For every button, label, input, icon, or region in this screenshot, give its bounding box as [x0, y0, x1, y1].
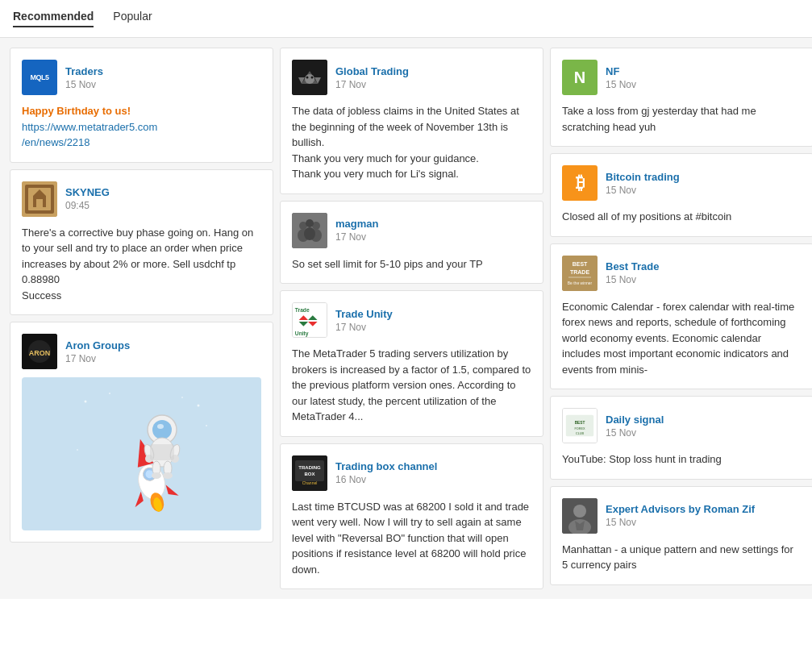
best-trade-body: Economic Calendar - forex calendar with … [562, 299, 802, 378]
card-trading-box-channel-header: TRADING BOX Channel Trading box channel … [292, 455, 531, 491]
card-nf: N NF 15 Nov Take a loss from gj yesterda… [550, 48, 812, 147]
card-skyneg: SKYNEG 09:45 There's a corrective buy ph… [10, 169, 273, 316]
bitcoin-trading-date: 15 Nov [606, 185, 680, 196]
svg-point-12 [197, 405, 199, 407]
trade-unity-date: 17 Nov [335, 322, 393, 333]
best-trade-date: 15 Nov [606, 274, 659, 285]
svg-text:TRADE: TRADE [570, 269, 589, 275]
traders-link[interactable]: https://www.metatrader5.com/en/news/2218 [22, 121, 157, 149]
card-trade-unity-header: Trade Unity Trade Unity 17 Nov [292, 302, 531, 338]
card-trade-unity-meta: Trade Unity 17 Nov [335, 308, 393, 333]
card-daily-signal: BEST FOREX CLUB Daily signal 15 Nov YouT… [550, 396, 812, 480]
card-traders: MQL5 Traders 15 Nov Happy Birthday to us… [10, 48, 273, 163]
magman-body: So set sell limit for 5-10 pips and your… [292, 256, 531, 272]
aron-groups-date: 17 Nov [65, 353, 130, 364]
nav-recommended[interactable]: Recommended [13, 10, 94, 27]
svg-point-49 [306, 219, 314, 227]
svg-point-11 [109, 393, 110, 394]
svg-point-41 [305, 74, 314, 84]
svg-text:Be the winner: Be the winner [568, 281, 593, 285]
svg-text:TRADING: TRADING [298, 465, 321, 470]
skyneg-body: There's a corrective buy phase going on.… [22, 225, 261, 304]
expert-advisors-date: 15 Nov [606, 517, 755, 528]
svg-text:Channel: Channel [302, 480, 318, 485]
trade-unity-body: The MetaTrader 5 trading servers utiliza… [292, 346, 531, 425]
avatar-global-trading [292, 60, 327, 95]
middle-column: Global Trading 17 Nov The data of jobles… [277, 44, 547, 593]
aron-groups-name[interactable]: Aron Groups [65, 339, 130, 351]
right-column: N NF 15 Nov Take a loss from gj yesterda… [547, 44, 812, 593]
card-aron-meta: Aron Groups 17 Nov [65, 339, 130, 364]
card-skyneg-header: SKYNEG 09:45 [22, 181, 261, 217]
card-aron-header: ARON Aron Groups 17 Nov [22, 334, 261, 369]
daily-signal-name[interactable]: Daily signal [606, 414, 664, 426]
svg-text:BOX: BOX [304, 472, 314, 476]
svg-rect-59 [295, 460, 324, 481]
svg-text:BEST: BEST [573, 261, 588, 267]
avatar-best-trade: BEST TRADE Be the winner [562, 256, 598, 291]
avatar-expert-advisors [562, 498, 598, 534]
svg-text:FOREX: FOREX [574, 427, 585, 430]
global-trading-name[interactable]: Global Trading [335, 65, 409, 77]
main-content: MQL5 Traders 15 Nov Happy Birthday to us… [0, 38, 812, 599]
nf-name[interactable]: NF [606, 65, 636, 77]
card-daily-signal-header: BEST FOREX CLUB Daily signal 15 Nov [562, 408, 802, 443]
nf-body: Take a loss from gj yesterday that had m… [562, 103, 802, 135]
trading-box-channel-name[interactable]: Trading box channel [335, 460, 437, 472]
card-bitcoin-trading-header: ₿ Bitcoin trading 15 Nov [562, 165, 802, 201]
svg-point-26 [157, 424, 164, 429]
card-traders-meta: Traders 15 Nov [65, 65, 103, 90]
expert-advisors-name[interactable]: Expert Advisors by Roman Zif [606, 503, 755, 515]
card-best-trade-header: BEST TRADE Be the winner Best Trade 15 N… [562, 256, 802, 291]
svg-point-15 [77, 449, 78, 451]
card-global-trading-meta: Global Trading 17 Nov [335, 65, 409, 90]
svg-point-35 [163, 472, 173, 479]
card-magman-header: magman 17 Nov [292, 213, 531, 248]
svg-text:₿: ₿ [576, 173, 585, 193]
bitcoin-trading-name[interactable]: Bitcoin trading [606, 171, 680, 183]
traders-name[interactable]: Traders [65, 65, 103, 77]
card-trading-box-channel: TRADING BOX Channel Trading box channel … [280, 443, 543, 590]
svg-point-34 [152, 472, 161, 479]
card-magman: magman 17 Nov So set sell limit for 5-10… [280, 201, 543, 285]
card-best-trade-meta: Best Trade 15 Nov [606, 260, 659, 285]
card-nf-header: N NF 15 Nov [562, 60, 802, 95]
trading-box-channel-body: Last time BTCUSD was at 68200 I sold it … [292, 499, 531, 578]
card-expert-advisors-header: Expert Advisors by Roman Zif 15 Nov [562, 498, 802, 534]
skyneg-name[interactable]: SKYNEG [65, 186, 110, 198]
svg-point-43 [311, 77, 314, 79]
avatar-traders: MQL5 [22, 60, 57, 95]
svg-rect-5 [36, 199, 43, 207]
svg-point-50 [304, 227, 315, 240]
card-skyneg-meta: SKYNEG 09:45 [65, 186, 110, 211]
card-nf-meta: NF 15 Nov [606, 65, 636, 90]
traders-date: 15 Nov [65, 79, 103, 90]
card-daily-signal-meta: Daily signal 15 Nov [606, 414, 664, 439]
aron-groups-image [22, 377, 261, 530]
magman-date: 17 Nov [335, 231, 378, 243]
card-global-trading-header: Global Trading 17 Nov [292, 60, 531, 95]
avatar-aron-groups: ARON [22, 334, 57, 369]
card-expert-advisors-meta: Expert Advisors by Roman Zif 15 Nov [606, 503, 755, 528]
trade-unity-name[interactable]: Trade Unity [335, 308, 393, 320]
card-magman-meta: magman 17 Nov [335, 218, 378, 243]
svg-point-25 [152, 420, 172, 439]
avatar-magman [292, 213, 327, 248]
avatar-nf: N [562, 60, 598, 95]
card-global-trading: Global Trading 17 Nov The data of jobles… [280, 48, 543, 194]
best-trade-name[interactable]: Best Trade [606, 260, 659, 272]
card-aron-groups: ARON Aron Groups 17 Nov [10, 322, 273, 543]
nav-popular[interactable]: Popular [113, 10, 152, 27]
card-best-trade: BEST TRADE Be the winner Best Trade 15 N… [550, 243, 812, 390]
svg-text:BEST: BEST [575, 421, 585, 425]
avatar-trading-box-channel: TRADING BOX Channel [292, 455, 327, 491]
magman-name[interactable]: magman [335, 218, 378, 230]
svg-rect-36 [150, 444, 174, 460]
daily-signal-date: 15 Nov [606, 427, 664, 439]
svg-text:Unity: Unity [295, 331, 309, 337]
svg-point-14 [206, 425, 207, 426]
avatar-trade-unity: Trade Unity [292, 302, 327, 338]
card-bitcoin-trading-meta: Bitcoin trading 15 Nov [606, 171, 680, 196]
svg-text:Trade: Trade [295, 307, 310, 313]
nf-date: 15 Nov [606, 79, 636, 90]
